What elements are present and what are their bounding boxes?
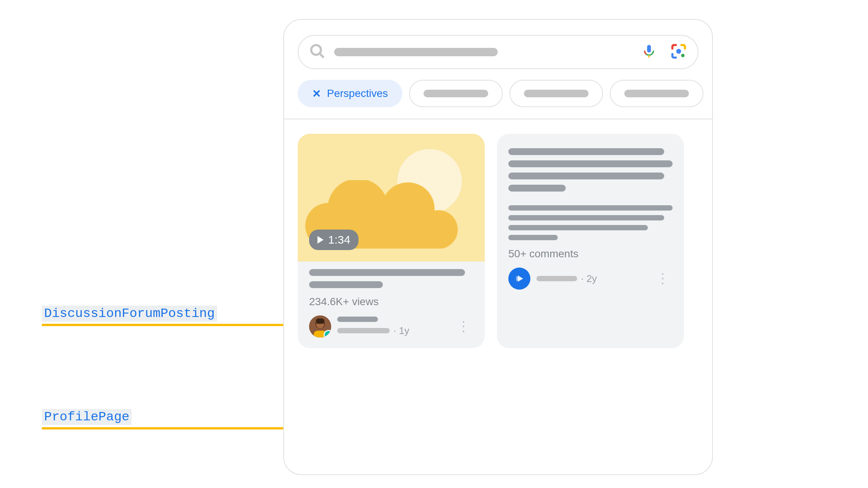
chip-placeholder[interactable]: [509, 80, 603, 107]
body-placeholder: [508, 205, 673, 211]
body-placeholder: [508, 235, 558, 240]
svg-rect-2: [647, 45, 651, 52]
views-count: 234.6K+ views: [309, 296, 473, 308]
author-name-placeholder: [337, 317, 378, 322]
lens-search-icon[interactable]: [670, 43, 687, 61]
duration-text: 1:34: [328, 233, 350, 246]
result-card-video[interactable]: 1:34 234.6K+ views · 1y: [298, 134, 485, 348]
card-body: 234.6K+ views · 1y ⋮: [298, 261, 485, 348]
author-info: · 2y: [536, 273, 653, 285]
placeholder: [424, 90, 488, 97]
title-placeholder: [309, 281, 383, 288]
author-avatar[interactable]: [309, 315, 331, 337]
author-handle-placeholder: [337, 328, 390, 333]
source-name-placeholder: [536, 276, 577, 281]
chip-placeholder[interactable]: [409, 80, 503, 107]
placeholder: [524, 90, 589, 97]
chip-perspectives[interactable]: ✕ Perspectives: [298, 80, 402, 107]
body-placeholder: [508, 215, 664, 220]
search-query-placeholder: [334, 48, 498, 56]
more-options-icon[interactable]: ⋮: [653, 271, 673, 287]
title-placeholder: [508, 148, 664, 155]
title-placeholder: [508, 160, 673, 167]
author-row: · 2y ⋮: [508, 268, 673, 290]
svg-point-5: [681, 54, 684, 57]
result-card-text[interactable]: 50+ comments · 2y ⋮: [497, 134, 684, 348]
comments-count: 50+ comments: [508, 248, 673, 260]
search-bar[interactable]: [298, 35, 698, 69]
source-avatar[interactable]: [508, 268, 530, 290]
annotation-label: DiscussionForumPosting: [42, 306, 217, 322]
svg-point-0: [311, 45, 321, 55]
chip-placeholder[interactable]: [610, 80, 703, 107]
chip-label: Perspectives: [327, 87, 388, 100]
title-placeholder: [508, 185, 566, 192]
author-row: · 1y ⋮: [309, 315, 473, 337]
title-placeholder: [508, 173, 664, 179]
results-grid: 1:34 234.6K+ views · 1y: [284, 119, 712, 363]
voice-search-icon[interactable]: [641, 44, 657, 60]
card-body: 50+ comments · 2y ⋮: [497, 134, 684, 300]
post-age: · 2y: [581, 273, 597, 285]
filter-chips-row: ✕ Perspectives: [284, 80, 712, 119]
svg-line-1: [320, 54, 324, 58]
body-placeholder: [508, 225, 648, 230]
search-icon: [309, 43, 326, 61]
search-results-mock: ✕ Perspectives 1:34: [283, 19, 713, 475]
annotation-label: ProfilePage: [42, 409, 132, 425]
svg-rect-10: [316, 318, 324, 324]
verified-badge-icon: [324, 330, 331, 337]
placeholder: [624, 90, 689, 97]
video-thumbnail: 1:34: [298, 134, 485, 261]
title-placeholder: [309, 269, 465, 276]
author-info: · 1y: [337, 317, 454, 337]
close-icon[interactable]: ✕: [312, 87, 321, 100]
post-age: · 1y: [394, 325, 409, 337]
video-duration-badge: 1:34: [309, 230, 359, 250]
play-icon: [317, 236, 324, 244]
svg-point-4: [676, 49, 681, 54]
more-options-icon[interactable]: ⋮: [454, 318, 473, 334]
